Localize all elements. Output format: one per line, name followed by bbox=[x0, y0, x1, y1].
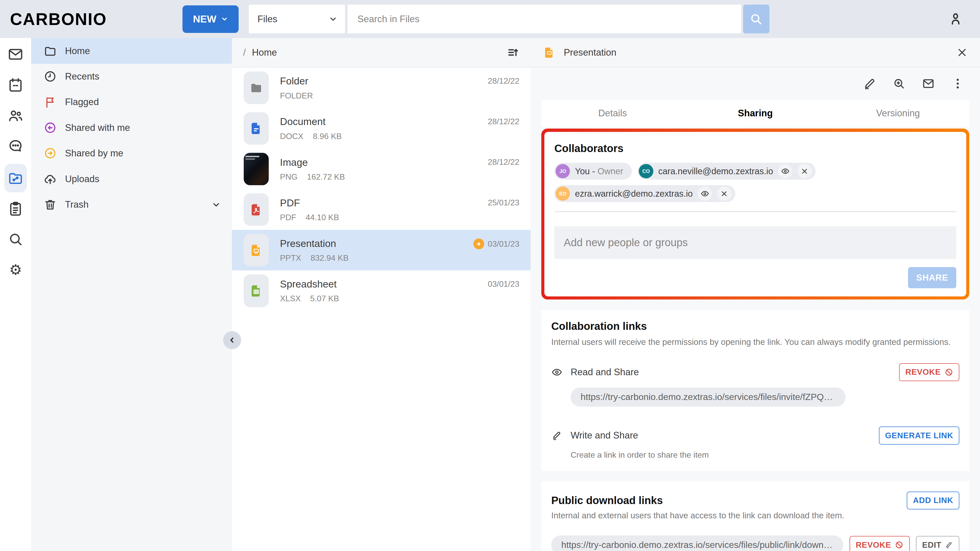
rail-item-tasks[interactable] bbox=[4, 199, 27, 218]
write-and-share-caption: Create a link in order to share the item bbox=[571, 450, 959, 460]
tab-details[interactable]: Details bbox=[541, 100, 684, 127]
add-link-button[interactable]: ADD LINK bbox=[907, 492, 959, 510]
kebab-menu-icon bbox=[951, 77, 964, 90]
sidebar-item-trash[interactable]: Trash bbox=[31, 192, 232, 218]
files-sidebar: Home Recents Flagged Shared with me bbox=[31, 38, 232, 551]
write-and-share-label: Write and Share bbox=[571, 430, 638, 441]
breadcrumb-root[interactable]: / bbox=[243, 47, 246, 58]
tab-sharing[interactable]: Sharing bbox=[684, 100, 827, 127]
gear-icon: ⚙ bbox=[9, 263, 22, 277]
pptx-file-icon bbox=[543, 44, 555, 61]
app-window: CARBONIO NEW Files bbox=[0, 0, 980, 551]
file-row-document[interactable]: Document DOCX8.96 KB 28/12/22 bbox=[232, 108, 531, 149]
account-button[interactable] bbox=[945, 8, 966, 30]
avatar: EO bbox=[555, 186, 570, 201]
collapse-sidebar-button[interactable] bbox=[223, 331, 241, 349]
item-actions bbox=[541, 67, 969, 100]
public-download-links-section: Public download links ADD LINK Internal … bbox=[541, 481, 969, 551]
share-button[interactable]: SHARE bbox=[908, 267, 956, 288]
public-links-description: Internal and external users that have ac… bbox=[551, 511, 959, 520]
chat-icon bbox=[7, 138, 24, 154]
invite-link-url[interactable]: https://try-carbonio.demo.zextras.io/ser… bbox=[571, 387, 846, 407]
collaborator-chip[interactable]: CO cara.neville@demo.zextras.io bbox=[638, 163, 816, 179]
edit-button[interactable] bbox=[863, 77, 876, 90]
close-panel-button[interactable] bbox=[957, 47, 967, 58]
rail-item-search[interactable] bbox=[4, 230, 27, 248]
search-module-select[interactable]: Files bbox=[249, 5, 345, 33]
rail-item-settings[interactable]: ⚙ bbox=[4, 260, 27, 279]
close-icon bbox=[957, 47, 967, 58]
file-row-folder[interactable]: Folder FOLDER 28/12/22 bbox=[232, 67, 531, 108]
arrow-circle-right-icon bbox=[44, 147, 57, 160]
revoke-link-button[interactable]: REVOKE bbox=[899, 363, 959, 381]
avatar: JO bbox=[555, 164, 570, 178]
chip-remove-button[interactable] bbox=[797, 164, 812, 178]
mail-icon bbox=[922, 77, 935, 90]
file-row-spreadsheet[interactable]: Spreadsheet XLSX5.07 KB 03/01/23 bbox=[232, 270, 531, 311]
file-row-image[interactable]: Image PNG162.72 KB 28/12/22 bbox=[232, 149, 531, 189]
file-row-pdf[interactable]: PDF PDF44.10 KB 25/01/23 bbox=[232, 189, 531, 230]
new-button[interactable]: NEW bbox=[183, 5, 239, 33]
arrow-circle-left-icon bbox=[44, 121, 57, 134]
rail-item-chat[interactable] bbox=[4, 137, 27, 156]
edit-label: EDIT bbox=[922, 540, 941, 550]
public-link-url[interactable]: https://try-carbonio.demo.zextras.io/ser… bbox=[551, 535, 843, 551]
preview-button[interactable] bbox=[892, 77, 905, 90]
tab-versioning[interactable]: Versioning bbox=[827, 100, 969, 127]
rail-item-files[interactable] bbox=[4, 164, 27, 192]
folder-icon bbox=[244, 71, 269, 104]
sidebar-item-flagged[interactable]: Flagged bbox=[31, 89, 232, 115]
search-module-value: Files bbox=[258, 14, 277, 24]
calendar-icon bbox=[7, 77, 24, 93]
revoke-label: REVOKE bbox=[856, 540, 891, 550]
search-input[interactable] bbox=[348, 5, 741, 33]
sort-button[interactable] bbox=[507, 46, 519, 59]
shared-by-me-badge-icon bbox=[473, 238, 484, 249]
detail-tabs: Details Sharing Versioning bbox=[541, 100, 969, 127]
pencil-icon bbox=[863, 77, 876, 90]
chevron-down-icon[interactable] bbox=[210, 199, 222, 210]
trash-icon bbox=[44, 198, 57, 211]
breadcrumb-current[interactable]: Home bbox=[252, 47, 277, 58]
folder-icon bbox=[44, 44, 57, 57]
revoke-public-link-button[interactable]: REVOKE bbox=[850, 536, 910, 551]
chip-permission-button[interactable] bbox=[778, 164, 792, 178]
send-via-mail-button[interactable] bbox=[922, 77, 935, 90]
collaborator-chip[interactable]: EO ezra.warrick@demo.zextras.io bbox=[554, 185, 735, 202]
new-button-label: NEW bbox=[193, 14, 216, 25]
file-date: 28/12/22 bbox=[488, 76, 519, 86]
rail-item-mail[interactable] bbox=[4, 45, 27, 64]
file-name: Document bbox=[280, 116, 488, 127]
pptx-file-icon bbox=[244, 234, 269, 266]
file-ext: DOCX bbox=[280, 132, 304, 141]
block-icon bbox=[945, 368, 953, 376]
public-links-title: Public download links bbox=[551, 494, 663, 507]
public-link-row: https://try-carbonio.demo.zextras.io/ser… bbox=[551, 535, 959, 551]
file-name: Spreadsheet bbox=[280, 279, 488, 290]
more-actions-button[interactable] bbox=[951, 77, 964, 90]
image-thumbnail bbox=[244, 153, 269, 185]
close-icon bbox=[721, 190, 728, 197]
sidebar-item-recents[interactable]: Recents bbox=[31, 64, 232, 89]
chip-permission-button[interactable] bbox=[698, 186, 712, 201]
file-size: 44.10 KB bbox=[306, 213, 339, 222]
edit-public-link-button[interactable]: EDIT bbox=[916, 536, 959, 551]
generate-link-button[interactable]: GENERATE LINK bbox=[879, 427, 959, 445]
pencil-icon bbox=[551, 430, 563, 441]
rail-item-contacts[interactable] bbox=[4, 106, 27, 125]
annotation-highlight: Collaborators JO You - Owner CO cara.nev… bbox=[541, 129, 969, 299]
chip-remove-button[interactable] bbox=[717, 186, 732, 201]
collaborator-chip-owner[interactable]: JO You - Owner bbox=[554, 163, 632, 179]
file-date: 28/12/22 bbox=[488, 157, 519, 167]
sidebar-item-home[interactable]: Home bbox=[31, 38, 232, 64]
file-row-presentation[interactable]: Presentation PPTX832.94 KB 03/01/23 bbox=[232, 230, 531, 270]
file-name: Folder bbox=[280, 76, 488, 87]
collaborator-chips: JO You - Owner CO cara.neville@demo.zext… bbox=[554, 163, 956, 202]
search-button[interactable] bbox=[743, 5, 770, 33]
sidebar-item-shared-by-me[interactable]: Shared by me bbox=[31, 141, 232, 166]
sidebar-item-label: Trash bbox=[65, 199, 203, 210]
sidebar-item-uploads[interactable]: Uploads bbox=[31, 166, 232, 192]
sidebar-item-shared-with-me[interactable]: Shared with me bbox=[31, 115, 232, 141]
add-collaborator-input[interactable] bbox=[554, 226, 956, 259]
rail-item-calendar[interactable] bbox=[4, 76, 27, 94]
